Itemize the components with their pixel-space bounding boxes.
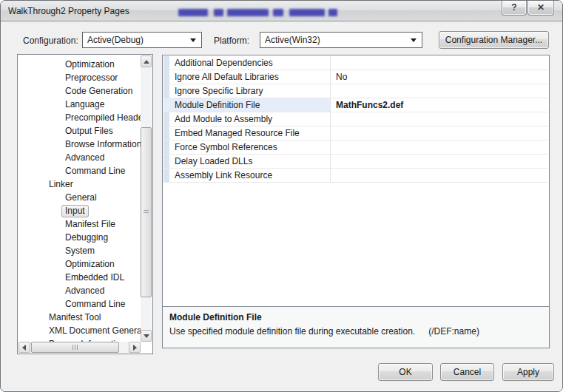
- tree-item-output-files[interactable]: Output Files: [18, 124, 141, 138]
- description-title: Module Definition File: [169, 312, 542, 322]
- configuration-manager-button[interactable]: Configuration Manager...: [439, 31, 549, 49]
- property-row-ignore-specific-library[interactable]: Ignore Specific Library: [163, 84, 548, 98]
- tree-item-label: Advanced: [65, 152, 104, 163]
- property-value: [331, 56, 548, 70]
- arrow-left-icon: [22, 345, 26, 351]
- tree-item-manifest-tool[interactable]: Manifest Tool: [18, 311, 141, 324]
- property-row-module-definition-file[interactable]: Module Definition FileMathFuncs2.def: [163, 98, 548, 112]
- property-row-add-module-to-assembly[interactable]: Add Module to Assembly: [163, 112, 548, 126]
- configuration-select[interactable]: Active(Debug): [82, 32, 202, 48]
- tree-item-system[interactable]: System: [18, 244, 141, 257]
- property-row-assembly-link-resource[interactable]: Assembly Link Resource: [163, 169, 548, 183]
- tree-item-label: Precompiled Heade: [65, 112, 141, 123]
- property-name: Module Definition File: [169, 98, 331, 112]
- property-grid-rows: Additional DependenciesIgnore All Defaul…: [163, 56, 548, 183]
- tree-item-label: Linker: [49, 179, 73, 189]
- chevron-down-icon: [190, 38, 196, 42]
- row-gutter: [163, 141, 169, 154]
- property-value: MathFuncs2.def: [331, 98, 548, 112]
- help-button[interactable]: ?: [502, 1, 527, 16]
- tree-item-label: Embedded IDL: [65, 272, 124, 283]
- row-gutter: [163, 126, 169, 140]
- tree-item-label: System: [65, 246, 95, 256]
- configuration-label: Configuration:: [23, 36, 78, 46]
- tree-item-label: Command Line: [65, 299, 125, 309]
- description-text: Use specified module definition file dur…: [169, 326, 542, 337]
- tree-item-label: Preprocessor: [65, 72, 118, 83]
- tree-item-label: General: [65, 192, 97, 203]
- tree-item-advanced[interactable]: Advanced: [18, 284, 141, 297]
- cancel-button[interactable]: Cancel: [440, 363, 494, 381]
- close-button[interactable]: ✕: [527, 1, 554, 16]
- property-row-embed-managed-resource-file[interactable]: Embed Managed Resource File: [163, 126, 548, 141]
- tree-item-label: XML Document Genera: [49, 325, 141, 336]
- tree-item-label: Manifest File: [65, 219, 115, 229]
- ok-button[interactable]: OK: [378, 363, 433, 381]
- row-gutter: [163, 70, 169, 84]
- horizontal-scroll-thumb[interactable]: [31, 342, 119, 353]
- row-gutter: [163, 169, 169, 182]
- tree-horizontal-scrollbar[interactable]: [18, 342, 141, 353]
- tree-item-code-generation[interactable]: Code Generation: [18, 84, 141, 98]
- tree-item-command-line[interactable]: Command Line: [18, 297, 141, 311]
- property-name: Ignore Specific Library: [169, 84, 331, 98]
- tree-item-language[interactable]: Language: [18, 98, 141, 111]
- tree-item-xml-document-genera[interactable]: XML Document Genera: [18, 324, 141, 337]
- tree-item-label: Code Generation: [65, 86, 132, 96]
- tree-item-general[interactable]: General: [18, 191, 141, 204]
- tree-item-command-line[interactable]: Command Line: [18, 164, 141, 178]
- categories-tree-panel: OptimizationPreprocessorCode GenerationL…: [17, 54, 153, 354]
- platform-label: Platform:: [214, 36, 249, 46]
- tree-item-label: Optimization: [65, 259, 115, 269]
- tree-vertical-scrollbar[interactable]: [141, 55, 152, 342]
- close-icon: ✕: [537, 2, 545, 13]
- help-icon: ?: [511, 2, 516, 13]
- tree-item-label: Language: [65, 99, 104, 109]
- scroll-down-button[interactable]: [141, 330, 152, 342]
- tree-item-precompiled-heade[interactable]: Precompiled Heade: [18, 111, 141, 124]
- tree-item-optimization[interactable]: Optimization: [18, 257, 141, 271]
- property-value: [331, 126, 548, 140]
- tree-items: OptimizationPreprocessorCode GenerationL…: [18, 55, 141, 342]
- scroll-left-button[interactable]: [18, 342, 30, 353]
- property-value: No: [331, 70, 548, 84]
- tree-item-linker[interactable]: Linker: [18, 178, 141, 191]
- property-name: Delay Loaded DLLs: [169, 155, 331, 168]
- platform-select[interactable]: Active(Win32): [260, 32, 422, 48]
- configuration-value: Active(Debug): [87, 35, 144, 45]
- tree-item-input[interactable]: Input: [18, 204, 141, 217]
- property-value: [331, 141, 548, 154]
- scroll-up-button[interactable]: [141, 55, 152, 67]
- property-row-delay-loaded-dlls[interactable]: Delay Loaded DLLs: [163, 155, 548, 169]
- thumb-grip-icon: [73, 345, 78, 350]
- property-value: [331, 84, 548, 98]
- redacted-watermark: [178, 9, 337, 17]
- tree-item-preprocessor[interactable]: Preprocessor: [18, 71, 141, 84]
- tree-item-debugging[interactable]: Debugging: [18, 231, 141, 244]
- property-row-additional-dependencies[interactable]: Additional Dependencies: [163, 56, 548, 70]
- tree-item-embedded-idl[interactable]: Embedded IDL: [18, 271, 141, 284]
- property-name: Force Symbol References: [169, 141, 331, 154]
- row-gutter: [163, 98, 169, 112]
- arrow-right-icon: [133, 345, 137, 351]
- tree-item-label: Debugging: [65, 232, 108, 243]
- tree-item-label: Output Files: [65, 126, 113, 136]
- arrow-down-icon: [144, 334, 149, 338]
- property-name: Embed Managed Resource File: [169, 126, 331, 140]
- property-name: Add Module to Assembly: [169, 112, 331, 126]
- tree-item-label: Optimization: [65, 59, 115, 70]
- property-row-ignore-all-default-libraries[interactable]: Ignore All Default LibrariesNo: [163, 70, 548, 84]
- tree-item-optimization[interactable]: Optimization: [18, 58, 141, 71]
- vertical-scroll-thumb[interactable]: [141, 127, 152, 297]
- tree-item-browse-information[interactable]: Browse Information: [18, 138, 141, 151]
- tree-item-manifest-file[interactable]: Manifest File: [18, 217, 141, 231]
- property-name: Ignore All Default Libraries: [169, 70, 331, 84]
- tree-item-advanced[interactable]: Advanced: [18, 151, 141, 164]
- scroll-right-button[interactable]: [129, 342, 141, 353]
- window-title: WalkThrough2 Property Pages: [8, 6, 129, 16]
- property-row-force-symbol-references[interactable]: Force Symbol References: [163, 141, 548, 155]
- titlebar[interactable]: WalkThrough2 Property Pages ? ✕: [1, 1, 562, 21]
- tree-item-label: Browse Information: [65, 139, 141, 149]
- apply-button[interactable]: Apply: [502, 363, 554, 381]
- property-pages-dialog: WalkThrough2 Property Pages ? ✕ Configur…: [0, 0, 563, 392]
